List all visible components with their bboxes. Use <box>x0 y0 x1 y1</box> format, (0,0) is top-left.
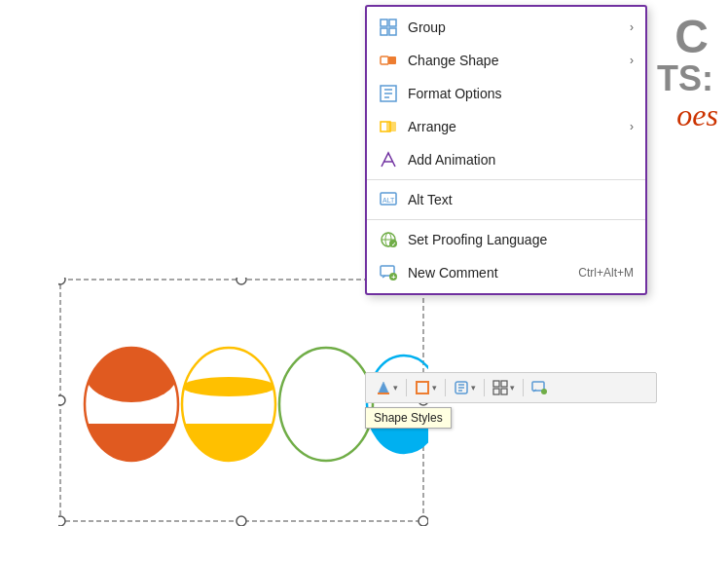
svg-rect-32 <box>386 122 396 131</box>
shape-toolbar: ▾ ▾ ▾ ▾ <box>365 372 657 403</box>
toolbar-div-1 <box>406 379 407 396</box>
svg-rect-25 <box>381 56 388 64</box>
new-comment-icon: + <box>379 263 398 282</box>
group-icon <box>379 18 398 37</box>
arrange-icon <box>379 117 398 136</box>
svg-point-2 <box>237 278 246 284</box>
menu-item-alt-text-label: Alt Text <box>408 192 634 207</box>
shape-styles-tooltip-text: Shape Styles <box>374 411 443 425</box>
group-toolbar-icon <box>492 380 508 395</box>
fill-color-icon <box>376 380 391 395</box>
menu-item-group-label: Group <box>408 19 620 35</box>
svg-text:✓: ✓ <box>391 242 396 247</box>
group-toolbar-chevron: ▾ <box>510 383 515 393</box>
slide-text-c: C <box>674 10 709 63</box>
change-shape-chevron: › <box>630 54 634 67</box>
svg-rect-45 <box>417 382 428 393</box>
svg-rect-53 <box>501 389 507 394</box>
shape-styles-tooltip: Shape Styles <box>365 407 452 429</box>
svg-point-17 <box>279 348 373 461</box>
add-animation-icon <box>379 150 398 169</box>
alt-text-icon: ALT <box>379 190 398 209</box>
toolbar-div-3 <box>484 379 485 396</box>
menu-item-add-animation[interactable]: Add Animation <box>367 143 645 176</box>
svg-point-6 <box>58 516 65 526</box>
menu-item-group[interactable]: Group › <box>367 11 645 44</box>
menu-item-change-shape[interactable]: Change Shape › <box>367 44 645 77</box>
svg-point-16 <box>182 377 275 396</box>
svg-rect-21 <box>381 19 387 26</box>
fill-color-button[interactable]: ▾ <box>372 377 402 398</box>
set-proofing-icon: ✓ <box>379 230 398 249</box>
outline-chevron: ▾ <box>432 383 437 393</box>
group-toolbar-button[interactable]: ▾ <box>489 377 519 398</box>
outline-icon <box>415 380 430 395</box>
svg-rect-23 <box>381 28 387 35</box>
svg-rect-44 <box>378 393 389 394</box>
fill-chevron: ▾ <box>393 383 398 393</box>
menu-item-arrange[interactable]: Arrange › <box>367 110 645 143</box>
slide-text-oes: oes <box>676 97 718 133</box>
menu-item-add-animation-label: Add Animation <box>408 152 634 168</box>
svg-rect-24 <box>389 28 396 35</box>
svg-point-7 <box>237 516 246 526</box>
svg-rect-26 <box>388 56 396 64</box>
menu-item-format-options-label: Format Options <box>408 86 634 101</box>
svg-point-1 <box>58 278 65 284</box>
toolbar-div-2 <box>445 379 446 396</box>
svg-rect-15 <box>182 424 275 463</box>
menu-item-set-proofing-label: Set Proofing Language <box>408 232 634 247</box>
slide-text-ts: TS: <box>657 58 713 99</box>
divider-2 <box>367 219 645 220</box>
change-shape-icon <box>379 51 398 70</box>
svg-point-8 <box>419 516 428 526</box>
svg-point-4 <box>58 395 65 405</box>
svg-text:+: + <box>391 273 396 281</box>
menu-item-change-shape-label: Change Shape <box>408 53 620 68</box>
comment-toolbar-icon <box>531 380 547 395</box>
svg-text:ALT: ALT <box>382 197 395 204</box>
effects-icon <box>454 380 469 395</box>
svg-rect-52 <box>493 389 499 394</box>
arrange-chevron: › <box>630 120 634 133</box>
toolbar-div-4 <box>523 379 524 396</box>
menu-item-new-comment[interactable]: + New Comment Ctrl+Alt+M <box>367 256 645 289</box>
format-options-icon <box>379 84 398 103</box>
effects-button[interactable]: ▾ <box>450 377 480 398</box>
menu-item-format-options[interactable]: Format Options <box>367 77 645 110</box>
menu-item-arrange-label: Arrange <box>408 119 620 134</box>
svg-rect-11 <box>85 424 178 463</box>
menu-item-alt-text[interactable]: ALT Alt Text <box>367 183 645 216</box>
svg-rect-22 <box>389 19 396 26</box>
menu-item-set-proofing[interactable]: ✓ Set Proofing Language <box>367 223 645 256</box>
svg-rect-50 <box>493 381 499 387</box>
effects-chevron: ▾ <box>471 383 476 393</box>
context-menu: Group › Change Shape › Format Options Ar… <box>365 5 647 295</box>
outline-button[interactable]: ▾ <box>411 377 441 398</box>
group-chevron: › <box>630 20 634 34</box>
svg-point-12 <box>85 344 178 402</box>
comment-toolbar-button[interactable] <box>528 377 551 398</box>
menu-item-new-comment-label: New Comment <box>408 265 568 281</box>
divider-1 <box>367 179 645 180</box>
svg-rect-51 <box>501 381 507 387</box>
svg-point-55 <box>541 389 547 394</box>
new-comment-shortcut: Ctrl+Alt+M <box>578 266 634 280</box>
